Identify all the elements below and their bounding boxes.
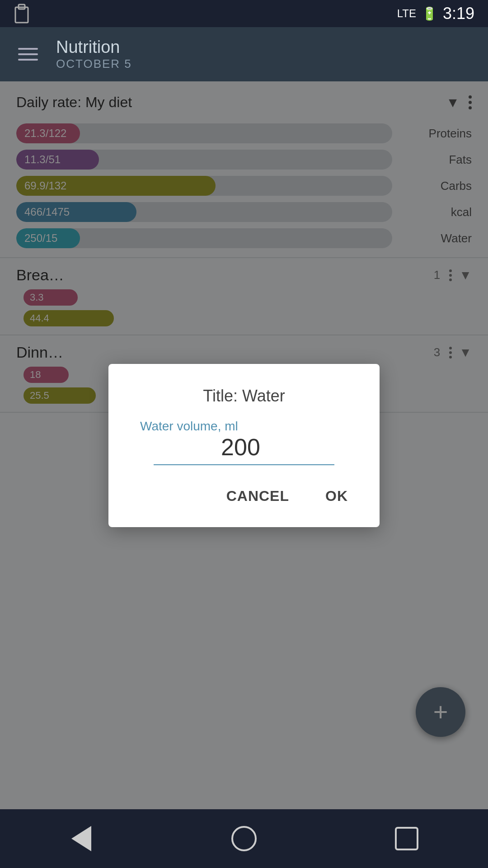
status-bar-icons: LTE 🔋 3:19 [397,4,474,23]
status-time: 3:19 [443,4,474,23]
cancel-button[interactable]: CANCEL [217,483,298,509]
nav-home-icon [231,826,257,851]
status-bar: LTE 🔋 3:19 [0,0,488,27]
water-volume-input[interactable] [154,434,334,465]
lte-icon: LTE [397,7,416,20]
menu-icon[interactable] [18,48,38,61]
header-title-block: Nutrition OCTOBER 5 [56,38,132,71]
status-bar-left [14,0,30,27]
dialog-field-label: Water volume, ml [140,419,238,434]
dialog-input-wrapper: Water volume, ml [131,419,357,465]
nav-bar [0,809,488,868]
dialog-title: Title: Water [203,387,285,406]
nav-recent-icon [395,827,418,850]
modal-overlay: Title: Water Water volume, ml CANCEL OK [0,81,488,809]
nav-recent-button[interactable] [389,821,425,857]
app-date: OCTOBER 5 [56,57,132,71]
battery-icon: 🔋 [422,6,437,21]
nav-home-button[interactable] [226,821,262,857]
clipboard-icon [14,4,30,24]
ok-button[interactable]: OK [316,483,357,509]
water-dialog: Title: Water Water volume, ml CANCEL OK [108,364,380,527]
nav-back-icon [71,826,91,851]
app-header: Nutrition OCTOBER 5 [0,27,488,81]
app-title: Nutrition [56,38,132,57]
main-content: Daily rate: My diet ▼ 21.3/122 Proteins … [0,81,488,809]
nav-back-button[interactable] [63,821,99,857]
dialog-buttons: CANCEL OK [131,483,357,509]
